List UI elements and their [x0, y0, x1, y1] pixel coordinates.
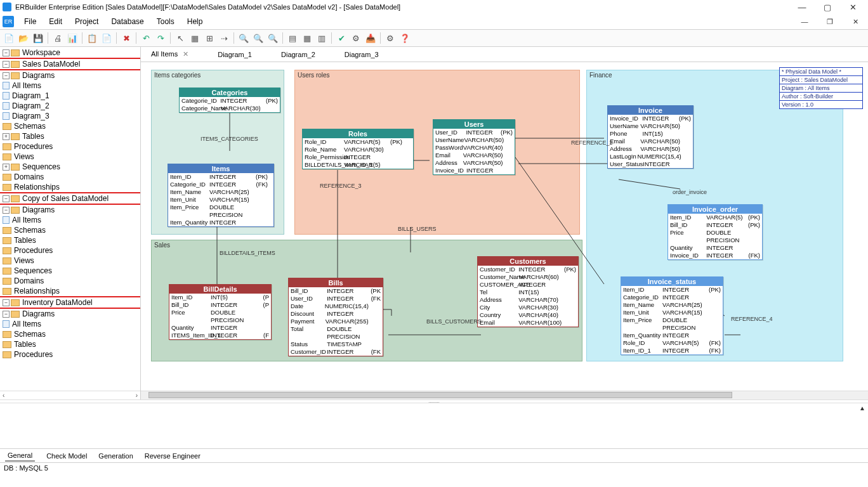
collapse-icon[interactable]: ▲ — [859, 405, 865, 412]
tree-all-items[interactable]: All Items — [0, 81, 140, 91]
tree-tables[interactable]: +Tables — [0, 131, 140, 141]
tree-schemas-3[interactable]: Schemas — [0, 329, 140, 339]
tab-general[interactable]: General — [5, 450, 35, 462]
zoom-out-icon[interactable]: 🔍 — [252, 32, 265, 44]
tab-diagram-2[interactable]: Diagram_2 — [276, 49, 320, 60]
tree-diagram-2[interactable]: Diagram_2 — [0, 101, 140, 111]
layout3-icon[interactable]: ▥ — [315, 32, 328, 44]
tab-check-model[interactable]: Check Model — [46, 452, 87, 460]
paste-icon[interactable]: 📄 — [100, 32, 113, 44]
tree-tables-3[interactable]: Tables — [0, 339, 140, 349]
tree-copy-sales-datamodel[interactable]: −Copy of Sales DataModel — [0, 192, 140, 205]
entity-bills[interactable]: BillsBill_IDINTEGER(PKUser_IDINTEGER(FKD… — [288, 278, 383, 356]
undo-icon[interactable]: ↶ — [140, 32, 152, 44]
tree-sequences[interactable]: +Sequences — [0, 162, 140, 172]
rel-bills-users: BILLS_USERS — [398, 226, 437, 232]
menu-file[interactable]: File — [18, 17, 43, 26]
tree-diagrams-3[interactable]: −Diagrams — [0, 309, 140, 319]
layout1-icon[interactable]: ▤ — [286, 32, 299, 44]
entity-roles[interactable]: RolesRole_IDVARCHAR(5)(PK)Role_NameVARCH… — [302, 129, 414, 169]
entity-invoice-status[interactable]: Invoice_statusItem_IDINTEGER(PK)Categori… — [621, 276, 723, 355]
canvas-hscroll[interactable] — [141, 391, 868, 399]
tree-all-items-2[interactable]: All Items — [0, 215, 140, 225]
tree-workspace[interactable]: −Workspace — [0, 48, 140, 58]
rel-reference-3: REFERENCE_3 — [320, 183, 362, 189]
delete-icon[interactable]: ✖ — [120, 32, 133, 44]
link-icon[interactable]: ⇢ — [218, 32, 230, 44]
tree-diagram-3[interactable]: Diagram_3 — [0, 111, 140, 121]
tree-views-2[interactable]: Views — [0, 256, 140, 266]
pointer-icon[interactable]: ↖ — [174, 32, 187, 44]
rel-bills-customers: BILLS_CUSTOMERS — [426, 318, 482, 325]
open-icon[interactable]: 📂 — [17, 32, 30, 44]
save-icon[interactable]: 💾 — [32, 32, 44, 44]
redo-icon[interactable]: ↷ — [154, 32, 167, 44]
entity-users[interactable]: UsersUser_IDINTEGER(PK)UserNameVARCHAR(5… — [433, 119, 515, 175]
tree-schemas-2[interactable]: Schemas — [0, 225, 140, 235]
close-icon[interactable]: ✕ — [183, 50, 188, 58]
tree-tables-2[interactable]: Tables — [0, 235, 140, 245]
tab-generation[interactable]: Generation — [98, 452, 133, 460]
diagram-canvas[interactable]: Items categories Users roles Finance Sal… — [141, 62, 868, 391]
settings-icon[interactable]: ⚙ — [384, 32, 397, 44]
generate-icon[interactable]: ⚙ — [350, 32, 362, 44]
tree-procedures-3[interactable]: Procedures — [0, 349, 140, 360]
tree-all-items-3[interactable]: All Items — [0, 319, 140, 329]
entity-categories[interactable]: CategoriesCategorie_IDINTEGER(PK)Categor… — [179, 88, 280, 113]
tree-procedures[interactable]: Procedures — [0, 141, 140, 152]
reverse-icon[interactable]: 📥 — [364, 32, 377, 44]
menu-tools[interactable]: Tools — [150, 17, 181, 26]
minimize-button[interactable]: — — [789, 3, 815, 12]
copy-icon[interactable]: 📋 — [86, 32, 98, 44]
mdi-minimize-button[interactable]: — — [792, 18, 817, 25]
tab-all-items[interactable]: All Items✕ — [146, 49, 194, 60]
tree-inventory-datamodel[interactable]: −Inventory DataModel — [0, 296, 140, 309]
rel-reference-4: REFERENCE_4 — [731, 316, 773, 322]
tab-reverse-engineer[interactable]: Reverse Engineer — [145, 452, 201, 460]
app-icon: ER — [3, 16, 14, 27]
tree-schemas[interactable]: Schemas — [0, 121, 140, 131]
bottom-tabs: General Check Model Generation Reverse E… — [0, 449, 868, 463]
diagram-tabs: All Items✕ Diagram_1 Diagram_2 Diagram_3 — [141, 47, 868, 62]
print-icon[interactable]: 🖨 — [51, 32, 64, 44]
tree-diagrams-2[interactable]: −Diagrams — [0, 205, 140, 215]
tree-sequences-2[interactable]: Sequences — [0, 266, 140, 276]
relation-icon[interactable]: ⊞ — [203, 32, 216, 44]
entity-invoice-order[interactable]: Invoice_orderItem_IDVARCHAR(5)(PK)Bill_I… — [667, 204, 763, 260]
model-info-box: * Physical Data Model *Project : Sales D… — [779, 67, 863, 109]
mdi-close-button[interactable]: ✕ — [843, 18, 868, 26]
tree-sales-datamodel[interactable]: −Sales DataModel — [0, 58, 140, 70]
tab-diagram-3[interactable]: Diagram_3 — [339, 49, 384, 60]
tree-relationships-2[interactable]: Relationships — [0, 286, 140, 296]
entity-invoice[interactable]: InvoiceInvoice_IDINTEGER(PK)UserNameVARC… — [607, 105, 694, 169]
entity-items[interactable]: ItemsItem_IDINTEGER(PK)Categorie_IDINTEG… — [168, 164, 274, 227]
tree-procedures-2[interactable]: Procedures — [0, 245, 140, 256]
rel-reference-2: REFERENCE_2 — [571, 140, 613, 146]
tree-domains[interactable]: Domains — [0, 172, 140, 182]
check-icon[interactable]: ✔ — [335, 32, 348, 44]
tree-views[interactable]: Views — [0, 152, 140, 162]
menu-database[interactable]: Database — [105, 17, 150, 26]
tree-diagrams[interactable]: −Diagrams — [0, 70, 140, 81]
message-panel: ▲ — [0, 403, 868, 449]
tree-domains-2[interactable]: Domains — [0, 276, 140, 286]
close-button[interactable]: ✕ — [840, 3, 865, 12]
entity-customers[interactable]: CustomersCustomer_IDINTEGER(PK)Customer_… — [477, 256, 579, 327]
menu-help[interactable]: Help — [181, 17, 209, 26]
export-icon[interactable]: 📊 — [66, 32, 79, 44]
table-icon[interactable]: ▦ — [188, 32, 201, 44]
mdi-restore-button[interactable]: ❐ — [817, 18, 843, 26]
layout2-icon[interactable]: ▦ — [301, 32, 313, 44]
help-icon[interactable]: ❓ — [398, 32, 411, 44]
tree-diagram-1[interactable]: Diagram_1 — [0, 91, 140, 101]
tree-relationships[interactable]: Relationships — [0, 182, 140, 192]
tab-diagram-1[interactable]: Diagram_1 — [213, 49, 257, 60]
zoom-fit-icon[interactable]: 🔍 — [266, 32, 279, 44]
entity-billdetails[interactable]: BillDetailsItem_IDINT(5)(PBill_IDINTEGER… — [169, 284, 272, 340]
new-icon[interactable]: 📄 — [3, 32, 15, 44]
menu-edit[interactable]: Edit — [43, 17, 69, 26]
maximize-button[interactable]: ▢ — [815, 3, 840, 12]
zoom-in-icon[interactable]: 🔍 — [237, 32, 250, 44]
menu-project[interactable]: Project — [69, 17, 105, 26]
tree-hscroll[interactable]: ‹› — [0, 391, 140, 399]
